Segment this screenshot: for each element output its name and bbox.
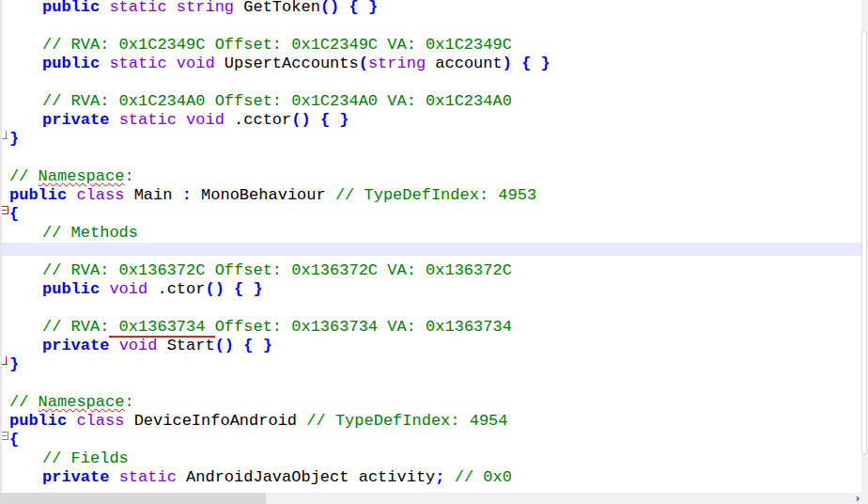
token-id: MonoBehaviour bbox=[201, 186, 335, 204]
code-line[interactable]: public static void UpsertAccounts(string… bbox=[0, 55, 861, 73]
token-cm: // RVA: 0x1C234A0 Offset: 0x1C234A0 VA: … bbox=[42, 92, 512, 110]
token-ty: string bbox=[368, 55, 435, 72]
token-id: Start bbox=[167, 337, 215, 354]
token-id: UpsertAccounts bbox=[225, 55, 359, 72]
code-line[interactable]: // RVA: 0x136372C Offset: 0x136372C VA: … bbox=[0, 261, 861, 280]
token-op: () { } bbox=[205, 280, 262, 298]
code-editor[interactable]: public static string GetToken() { }// RV… bbox=[0, 0, 861, 493]
code-area[interactable]: public static string GetToken() { }// RV… bbox=[0, 0, 861, 487]
code-line[interactable] bbox=[0, 299, 861, 318]
token-cm: // Methods bbox=[42, 224, 138, 242]
token-sq: Namespace bbox=[39, 167, 125, 185]
vertical-scrollbar-thumb[interactable] bbox=[861, 31, 867, 454]
token-ty: void bbox=[177, 55, 225, 72]
token-ty: string bbox=[177, 0, 243, 16]
token-cm: // TypeDefIndex: 4954 bbox=[306, 412, 507, 430]
token-cm: // bbox=[9, 393, 39, 411]
token-cm: // RVA: bbox=[42, 318, 109, 336]
token-ty: static bbox=[119, 111, 186, 129]
token-kw: public bbox=[9, 186, 76, 204]
notepad-editor-window: { "editor": { "language": "csharp", "cur… bbox=[0, 0, 868, 504]
token-kw: public bbox=[42, 280, 109, 298]
code-line[interactable] bbox=[0, 374, 861, 393]
code-line[interactable]: { bbox=[0, 431, 861, 449]
token-kw: public bbox=[9, 412, 76, 430]
code-line[interactable]: // RVA: 0x1C234A0 Offset: 0x1C234A0 VA: … bbox=[0, 92, 861, 111]
token-cm: // bbox=[9, 167, 39, 185]
horizontal-scrollbar-thumb[interactable] bbox=[0, 493, 266, 504]
token-op: { bbox=[9, 431, 19, 449]
token-cm: : bbox=[124, 167, 133, 185]
token-kw: public bbox=[42, 55, 109, 72]
vertical-scrollbar[interactable] bbox=[861, 0, 868, 493]
token-op: () { } bbox=[215, 337, 272, 354]
token-ty: class bbox=[76, 412, 133, 430]
token-op: { bbox=[9, 205, 19, 223]
token-id: account bbox=[435, 55, 502, 72]
token-kw: private bbox=[42, 111, 119, 129]
code-line[interactable] bbox=[0, 243, 861, 261]
token-id: Main bbox=[134, 186, 182, 204]
token-op: ( bbox=[359, 55, 368, 72]
token-op: } bbox=[9, 355, 19, 373]
scroll-right-arrow-icon[interactable]: › bbox=[849, 493, 866, 504]
token-cm: // RVA: 0x1C2349C Offset: 0x1C2349C VA: … bbox=[42, 36, 512, 54]
token-ty: void bbox=[186, 111, 234, 129]
token-op: ) { } bbox=[503, 55, 550, 72]
bookmark-margin bbox=[0, 0, 2, 493]
code-line[interactable] bbox=[0, 73, 861, 92]
code-line[interactable]: // RVA: 0x1363734 Offset: 0x1363734 VA: … bbox=[0, 318, 861, 337]
code-line[interactable]: public class DeviceInfoAndroid // TypeDe… bbox=[0, 412, 861, 431]
token-ty: static bbox=[109, 55, 176, 72]
token-ty: void bbox=[119, 337, 167, 354]
token-cm: Offset: 0x1363734 VA: 0x1363734 bbox=[215, 318, 512, 336]
code-line[interactable]: // RVA: 0x1C2349C Offset: 0x1C2349C VA: … bbox=[0, 36, 861, 55]
horizontal-scrollbar[interactable]: › bbox=[0, 493, 868, 504]
code-line[interactable]: } bbox=[0, 130, 861, 149]
token-id: .ctor bbox=[157, 280, 205, 298]
code-line[interactable]: // Fields bbox=[0, 449, 861, 468]
token-kw: public bbox=[42, 0, 109, 16]
code-line[interactable]: // Namespace: bbox=[0, 393, 861, 412]
code-line[interactable]: public class Main : MonoBehaviour // Typ… bbox=[0, 186, 861, 205]
token-id: GetToken bbox=[243, 0, 320, 16]
code-line[interactable]: // Methods bbox=[0, 224, 861, 243]
code-line[interactable]: } bbox=[0, 355, 861, 374]
code-line[interactable]: private static AndroidJavaObject activit… bbox=[0, 468, 861, 487]
code-line[interactable] bbox=[0, 17, 861, 36]
token-op: () { } bbox=[320, 0, 378, 16]
code-line[interactable]: private void Start() { } bbox=[0, 337, 861, 355]
code-line[interactable]: { bbox=[0, 205, 861, 224]
token-cm: : bbox=[124, 393, 133, 411]
token-rl: 0x1363734 bbox=[109, 318, 214, 338]
token-ty: static bbox=[119, 468, 186, 486]
token-id: DeviceInfoAndroid bbox=[134, 412, 307, 430]
token-ty: void bbox=[109, 280, 157, 298]
token-cm: // RVA: 0x136372C Offset: 0x136372C VA: … bbox=[42, 261, 512, 279]
token-id: .cctor bbox=[234, 111, 291, 129]
code-line[interactable] bbox=[0, 149, 861, 167]
token-kw: private bbox=[42, 468, 119, 486]
token-sq: Namespace bbox=[39, 393, 125, 411]
token-kw: private bbox=[42, 337, 119, 354]
token-cm: // TypeDefIndex: 4953 bbox=[335, 186, 536, 204]
code-line[interactable]: // Namespace: bbox=[0, 167, 861, 186]
token-ty: class bbox=[76, 186, 133, 204]
token-cm: // 0x0 bbox=[455, 468, 512, 486]
token-op: : bbox=[182, 186, 201, 204]
token-op: () { } bbox=[291, 111, 349, 129]
code-line[interactable]: public void .ctor() { } bbox=[0, 280, 861, 299]
code-line[interactable]: public static string GetToken() { } bbox=[0, 0, 861, 17]
token-op: } bbox=[9, 130, 19, 148]
token-id: AndroidJavaObject activity bbox=[186, 468, 435, 486]
token-cm: // Fields bbox=[42, 449, 129, 467]
code-line[interactable]: private static void .cctor() { } bbox=[0, 111, 861, 130]
token-ty: static bbox=[109, 0, 176, 16]
token-op: ; bbox=[435, 468, 454, 486]
